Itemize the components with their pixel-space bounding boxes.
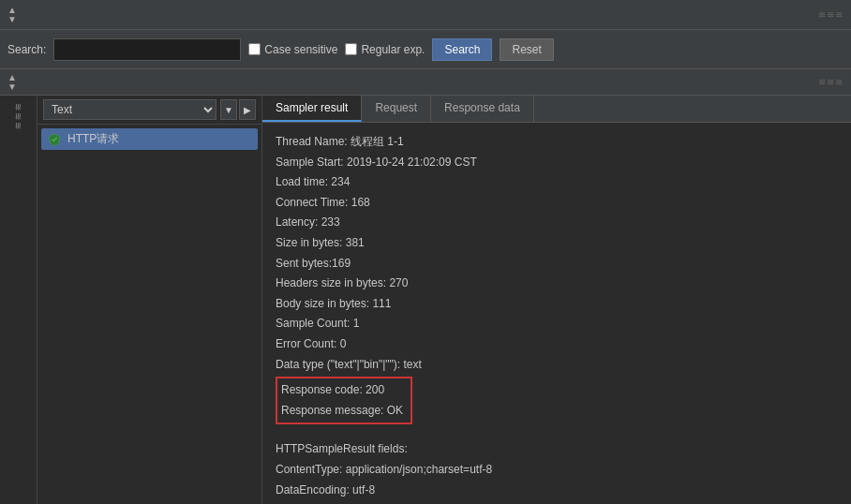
result-line-0: Thread Name: 线程组 1-1 xyxy=(276,132,838,153)
regular-exp-checkbox[interactable] xyxy=(345,43,357,55)
search-label: Search: xyxy=(7,43,46,56)
tab-response-data[interactable]: Response data xyxy=(431,96,534,122)
left-sidebar: ≋≋≋ xyxy=(0,96,37,504)
main-content: ≋≋≋ Text Regexp JSON Path CSS Selector ▼… xyxy=(0,96,851,504)
result-line-9: Sample Count: 1 xyxy=(276,314,838,334)
reset-button[interactable]: Reset xyxy=(500,38,553,61)
search-input[interactable] xyxy=(53,38,241,61)
tree-item-label: HTTP请求 xyxy=(67,131,119,147)
scroll-arrows-second[interactable]: ▲ ▼ xyxy=(7,73,17,92)
arrow-down-second[interactable]: ▼ xyxy=(7,82,17,92)
tab-sampler-result[interactable]: Sampler result xyxy=(262,96,362,122)
highlighted-block: Response code: 200 Response message: OK xyxy=(276,377,412,424)
scroll-arrows-top[interactable]: ▲ ▼ xyxy=(7,6,17,24)
tree-item-http[interactable]: HTTP请求 xyxy=(41,128,258,150)
arrow-up-second[interactable]: ▲ xyxy=(7,73,17,82)
icon-buttons: ▼ ▶ xyxy=(220,99,256,120)
left-panel: Text Regexp JSON Path CSS Selector ▼ ▶ H… xyxy=(37,96,262,504)
result-line-10: Error Count: 0 xyxy=(276,334,838,355)
regular-exp-group: Regular exp. xyxy=(345,43,425,56)
shield-icon xyxy=(47,132,62,147)
section-content-type: ContentType: application/json;charset=ut… xyxy=(276,460,838,481)
tabs-row: Sampler result Request Response data xyxy=(262,96,851,123)
top-toolbar: ▲ ▼ ≋≋≋ xyxy=(0,0,851,30)
tree-area: HTTP请求 xyxy=(37,125,261,504)
regular-exp-label: Regular exp. xyxy=(361,43,425,56)
arrow-up[interactable]: ▲ xyxy=(7,6,17,15)
result-line-2: Load time: 234 xyxy=(276,172,838,193)
result-line-12: Response code: 200 xyxy=(281,380,403,401)
result-line-13: Response message: OK xyxy=(281,401,403,422)
result-line-1: Sample Start: 2019-10-24 21:02:09 CST xyxy=(276,153,838,173)
result-line-11: Data type ("text"|"bin"|""): text xyxy=(276,355,838,376)
second-toolbar: ▲ ▼ ≋≋≋ xyxy=(0,69,851,96)
search-bar: Search: Case sensitive Regular exp. Sear… xyxy=(0,30,851,69)
case-sensitive-checkbox[interactable] xyxy=(248,43,261,55)
case-sensitive-group: Case sensitive xyxy=(248,43,337,56)
icon-btn-right[interactable]: ▶ xyxy=(239,99,256,120)
section-header: HTTPSampleResult fields: xyxy=(276,439,838,460)
result-line-8: Body size in bytes: 111 xyxy=(276,294,838,315)
result-line-5: Size in bytes: 381 xyxy=(276,233,838,254)
result-line-7: Headers size in bytes: 270 xyxy=(276,274,838,294)
text-dropdown[interactable]: Text Regexp JSON Path CSS Selector xyxy=(43,99,216,120)
icon-btn-down[interactable]: ▼ xyxy=(220,99,237,120)
result-line-3: Connect Time: 168 xyxy=(276,193,838,214)
case-sensitive-label: Case sensitive xyxy=(264,43,337,56)
section-data-encoding: DataEncoding: utf-8 xyxy=(276,481,838,501)
result-line-6: Sent bytes:169 xyxy=(276,254,838,274)
sidebar-arrows: ≋≋≋ xyxy=(13,103,23,131)
result-content: Thread Name: 线程组 1-1 Sample Start: 2019-… xyxy=(262,123,851,504)
text-dropdown-row: Text Regexp JSON Path CSS Selector ▼ ▶ xyxy=(37,96,261,125)
tab-request[interactable]: Request xyxy=(362,96,431,122)
search-button[interactable]: Search xyxy=(432,38,492,61)
result-line-4: Latency: 233 xyxy=(276,213,838,233)
right-panel: Sampler result Request Response data Thr… xyxy=(262,96,851,504)
drag-handle-top: ≋≋≋ xyxy=(818,9,844,20)
drag-handle-second: ≋≋≋ xyxy=(818,77,844,87)
arrow-down[interactable]: ▼ xyxy=(7,15,17,24)
